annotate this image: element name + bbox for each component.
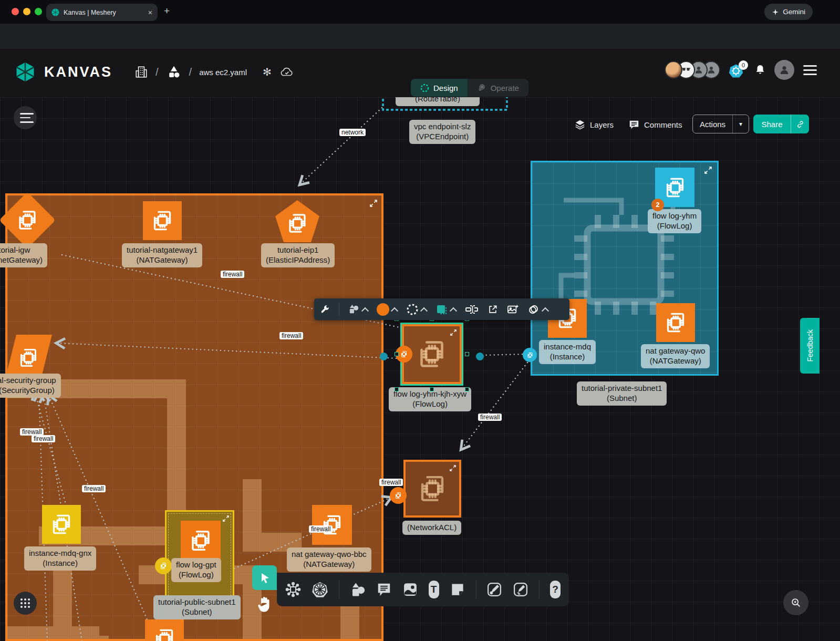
label-private-subnet[interactable]: tutorial-private-subnet1(Subnet)	[577, 381, 667, 406]
tab-operate-label: Operate	[491, 84, 519, 92]
selection-handle[interactable]	[465, 352, 469, 356]
label-nat-gateway-qwo-bbc[interactable]: nat gateway-qwo-bbc(NATGateway)	[287, 547, 371, 572]
close-window-button[interactable]	[12, 8, 19, 15]
label-security-group[interactable]: al-security-group(SecurityGroup)	[0, 374, 61, 398]
edge-label-firewall[interactable]: firewall	[32, 435, 55, 442]
edge-label-firewall[interactable]: firewall	[478, 413, 502, 421]
new-tab-button[interactable]: +	[164, 5, 170, 17]
edge-label-firewall[interactable]: firewall	[82, 485, 106, 492]
edge-label-firewall[interactable]: firewall	[279, 332, 303, 339]
collaborator-avatars[interactable]	[665, 61, 720, 79]
user-avatar[interactable]	[774, 60, 794, 80]
comment-tool[interactable]	[376, 582, 392, 597]
canvas-menu-button[interactable]	[14, 106, 37, 129]
subnet-edge-connector[interactable]	[523, 348, 537, 362]
node-instance-mdq-gnx[interactable]	[42, 505, 81, 544]
add-image-icon[interactable]	[507, 304, 518, 315]
annotate-pencil-tool[interactable]	[513, 582, 528, 597]
node-nat-gateway-qwo[interactable]	[656, 303, 695, 342]
edge-connector-dot[interactable]	[380, 353, 388, 360]
kubernetes-tool[interactable]	[312, 581, 328, 598]
collapse-icon[interactable]	[223, 515, 229, 522]
node-nat-gateway-1[interactable]	[143, 201, 182, 240]
label-network-acl[interactable]: (NetworkACL)	[402, 521, 461, 535]
apps-grid-button[interactable]	[14, 592, 37, 615]
tab-title: Kanvas | Meshery	[64, 9, 144, 16]
breadcrumb-separator: /	[155, 66, 159, 78]
label-elastic-ip[interactable]: tutorial-eip1(ElasticIPAddress)	[261, 243, 335, 267]
label-instance-mdq-gnx[interactable]: instance-mdq-gnx(Instance)	[24, 546, 96, 571]
tab-close-icon[interactable]: ×	[148, 8, 152, 17]
shapes-tool[interactable]	[350, 582, 366, 597]
rename-button[interactable]	[465, 304, 479, 315]
network-acl-badge[interactable]	[390, 487, 407, 504]
design-file-name[interactable]: aws ec2.yaml	[199, 68, 247, 77]
feedback-button[interactable]: Feedback	[800, 318, 820, 374]
collapse-icon[interactable]	[450, 465, 456, 471]
maximize-window-button[interactable]	[35, 8, 42, 15]
workspace-shapes-icon[interactable]	[166, 64, 182, 80]
flow-log-yhm-count-badge[interactable]: 2	[651, 199, 664, 211]
environment-count-badge: 0	[739, 60, 748, 70]
text-tool[interactable]: T	[429, 581, 439, 598]
edge-label-firewall[interactable]: firewall	[20, 428, 44, 436]
meshery-favicon	[51, 8, 59, 16]
kanvas-logo-icon[interactable]	[14, 60, 37, 84]
minimize-window-button[interactable]	[23, 8, 30, 15]
node-cropped-bottom[interactable]	[145, 619, 184, 641]
mode-toggle: Design Operate	[411, 79, 528, 97]
node-flow-log-gpt[interactable]	[165, 510, 234, 604]
collapse-icon[interactable]	[450, 329, 457, 336]
select-tool-button[interactable]	[252, 565, 277, 590]
color-picker-button[interactable]	[377, 303, 397, 316]
components-tool[interactable]	[285, 582, 301, 597]
node-nat-gateway-qwo-bbc[interactable]	[312, 505, 352, 545]
pen-tool[interactable]	[486, 582, 502, 597]
command-snowflake-icon[interactable]: ✻	[263, 66, 272, 78]
selection-handle[interactable]	[395, 387, 399, 391]
cloud-sync-icon[interactable]	[279, 65, 295, 79]
edge-label-firewall[interactable]: firewall	[309, 525, 333, 533]
selection-handle[interactable]	[395, 352, 399, 356]
help-tool[interactable]: ?	[550, 581, 561, 598]
edge-label-firewall[interactable]: firewall	[221, 271, 244, 278]
label-flow-log-yhm[interactable]: flow log-yhm(FlowLog)	[648, 209, 701, 233]
organization-icon[interactable]	[134, 65, 148, 79]
zoom-search-button[interactable]	[783, 590, 808, 615]
label-route-table[interactable]: (RouteTable)	[396, 97, 480, 106]
design-canvas[interactable]: Layers Comments Actions ▾ Share Feedback	[0, 97, 840, 641]
label-instance-mdq[interactable]: instance-mdq(Instance)	[539, 340, 596, 364]
tab-design[interactable]: Design	[411, 79, 468, 97]
border-style-button[interactable]	[406, 303, 427, 316]
edge-label-firewall[interactable]: firewall	[379, 479, 403, 486]
selection-handle[interactable]	[430, 387, 434, 391]
media-tool[interactable]	[402, 582, 418, 597]
note-tool[interactable]	[450, 582, 465, 597]
configure-wrench-icon[interactable]	[319, 304, 330, 315]
flow-log-gpt-badge[interactable]	[155, 557, 172, 574]
gemini-button[interactable]: Gemini	[764, 4, 813, 20]
pan-tool-button[interactable]	[256, 595, 272, 613]
chip-icon	[412, 469, 452, 509]
label-nat-gateway-qwo[interactable]: nat gateway-qwo(NATGateway)	[641, 344, 710, 368]
label-nat-gateway-1[interactable]: tutorial-natgateway1(NATGateway)	[122, 243, 202, 267]
label-vpc-endpoint[interactable]: vpc endpoint-slz(VPCEndpoint)	[409, 120, 475, 144]
collaborator-avatar-1[interactable]	[665, 61, 682, 79]
app-menu-icon[interactable]	[802, 69, 818, 71]
label-internet-gateway[interactable]: tutorial-igw(InternetGateway)	[0, 243, 47, 267]
brand-name: KANVAS	[44, 64, 112, 80]
open-in-new-icon[interactable]	[488, 304, 498, 315]
label-public-subnet[interactable]: tutorial-public-subnet1(Subnet)	[153, 595, 241, 619]
container-style-button[interactable]	[435, 303, 456, 316]
notifications-bell-icon[interactable]	[754, 63, 766, 77]
browser-tab[interactable]: Kanvas | Meshery ×	[46, 4, 158, 21]
label-flow-log-gpt[interactable]: flow log-gpt(FlowLog)	[171, 558, 221, 582]
edge-label-network[interactable]: network	[339, 129, 366, 136]
node-network-acl[interactable]	[403, 460, 461, 518]
tab-operate[interactable]: Operate	[468, 79, 528, 97]
edge-connector-dot[interactable]	[476, 353, 484, 360]
selection-handle[interactable]	[465, 387, 469, 391]
group-layers-button[interactable]	[527, 304, 548, 315]
shape-picker-button[interactable]	[348, 304, 368, 315]
environment-k8s-badge[interactable]: 0	[728, 61, 746, 78]
